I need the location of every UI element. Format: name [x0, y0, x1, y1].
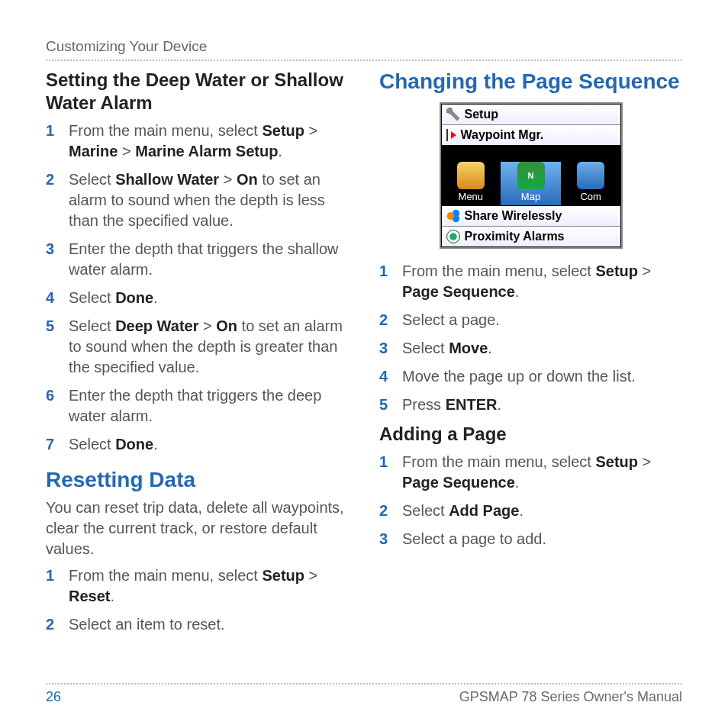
ui-term: ENTER — [446, 396, 498, 413]
heading-resetting-data: Resetting Data — [46, 467, 349, 493]
text: Select — [402, 340, 449, 356]
text: . — [488, 340, 492, 356]
step: Select an item to reset. — [46, 614, 349, 635]
text: . — [515, 283, 520, 300]
ui-term: Add Page — [449, 502, 519, 519]
text: . — [515, 474, 520, 491]
device-item-label: Waypoint Mgr. — [461, 128, 544, 142]
text: > — [638, 263, 651, 279]
device-tab-label: Com — [580, 191, 601, 202]
step: Select Deep Water > On to set an alarm t… — [46, 316, 349, 378]
device-tab-map: Map — [501, 162, 561, 205]
ui-term: Setup — [595, 263, 638, 279]
adding-page-steps: From the main menu, select Setup > Page … — [379, 452, 682, 549]
text: Select — [69, 289, 115, 306]
step: Press ENTER. — [379, 395, 682, 415]
step: Select Shallow Water > On to set an alar… — [46, 169, 349, 231]
heading-adding-page: Adding a Page — [379, 423, 682, 446]
device-tab-menu: Menu — [441, 162, 501, 205]
ui-term: Marine Alarm Setup — [135, 143, 278, 159]
reset-steps: From the main menu, select Setup > Reset… — [46, 565, 349, 635]
wrench-icon — [446, 108, 460, 121]
text: . — [110, 588, 114, 604]
page-sequence-steps: From the main menu, select Setup > Page … — [379, 261, 682, 415]
text: Press — [402, 396, 446, 413]
device-screenshot: Setup Waypoint Mgr. Menu Map — [440, 102, 623, 249]
text: From the main menu, select — [69, 567, 262, 584]
text: > — [219, 171, 237, 188]
heading-page-sequence: Changing the Page Sequence — [379, 69, 682, 95]
step: From the main menu, select Setup > Page … — [379, 452, 682, 493]
device-tab-compass: Com — [561, 162, 621, 205]
step: Select a page to add. — [379, 529, 682, 549]
reset-intro: You can reset trip data, delete all wayp… — [46, 498, 349, 559]
proximity-icon — [446, 230, 460, 243]
step: From the main menu, select Setup > Marin… — [46, 121, 349, 162]
left-column: Setting the Deep Water or Shallow Water … — [46, 69, 349, 675]
step: Select Add Page. — [379, 501, 682, 521]
step: Select Done. — [46, 288, 349, 308]
content-columns: Setting the Deep Water or Shallow Water … — [46, 69, 682, 675]
text: > — [118, 143, 135, 159]
device-item-waypoint: Waypoint Mgr. — [442, 125, 620, 145]
ui-term: Page Sequence — [402, 474, 515, 491]
device-item-share: Share Wirelessly — [442, 206, 620, 227]
ui-term: Deep Water — [115, 317, 198, 334]
device-icon-row: Menu Map Com — [441, 146, 621, 205]
text: . — [153, 289, 158, 306]
text: Select — [69, 171, 115, 188]
ui-term: Page Sequence — [402, 283, 515, 300]
water-alarm-steps: From the main menu, select Setup > Marin… — [46, 121, 349, 455]
ui-term: On — [216, 317, 237, 334]
device-item-setup: Setup — [442, 105, 620, 125]
compass-icon — [577, 162, 604, 189]
text: . — [278, 143, 282, 159]
map-icon — [517, 162, 545, 189]
ui-term: On — [237, 171, 258, 188]
step: Enter the depth that triggers the shallo… — [46, 239, 349, 280]
ui-term: Reset — [69, 588, 110, 604]
right-column: Changing the Page Sequence Setup Waypoin… — [379, 69, 682, 675]
page-footer: 26 GPSMAP 78 Series Owner's Manual — [46, 683, 682, 705]
menu-icon — [457, 162, 485, 189]
ui-term: Setup — [262, 567, 304, 584]
text: From the main menu, select — [69, 122, 262, 139]
device-tab-label: Menu — [459, 191, 484, 202]
device-item-label: Proximity Alarms — [465, 230, 565, 243]
ui-term: Marine — [69, 143, 118, 159]
text: > — [304, 122, 317, 139]
section-header: Customizing Your Device — [46, 38, 682, 61]
manual-title: GPSMAP 78 Series Owner's Manual — [459, 689, 682, 705]
manual-page: Customizing Your Device Setting the Deep… — [0, 0, 728, 728]
device-item-label: Share Wirelessly — [465, 209, 562, 223]
step: Select Done. — [46, 434, 349, 455]
text: > — [304, 567, 317, 584]
ui-term: Done — [115, 289, 153, 306]
text: From the main menu, select — [402, 453, 595, 470]
ui-term: Shallow Water — [115, 171, 219, 188]
device-menu-top: Setup Waypoint Mgr. — [441, 104, 621, 146]
device-menu-bottom: Share Wirelessly Proximity Alarms — [441, 205, 621, 247]
ui-term: Setup — [262, 122, 304, 139]
device-tab-label: Map — [521, 191, 540, 202]
text: > — [638, 453, 651, 470]
share-icon — [446, 209, 460, 223]
step: Move the page up or down the list. — [379, 366, 682, 387]
step: From the main menu, select Setup > Page … — [379, 261, 682, 302]
flag-icon — [446, 129, 456, 141]
device-item-label: Setup — [465, 108, 498, 121]
text: > — [198, 317, 216, 334]
text: Select — [402, 502, 449, 519]
step: Select a page. — [379, 310, 682, 330]
step: From the main menu, select Setup > Reset… — [46, 565, 349, 607]
heading-water-alarm: Setting the Deep Water or Shallow Water … — [46, 69, 349, 114]
ui-term: Done — [115, 436, 153, 453]
text: Select — [69, 436, 115, 453]
ui-term: Setup — [595, 453, 638, 470]
text: Select — [69, 317, 115, 334]
step: Enter the depth that triggers the deep w… — [46, 385, 349, 427]
text: From the main menu, select — [402, 263, 595, 279]
text: . — [519, 502, 523, 519]
text: . — [153, 436, 158, 453]
device-item-proximity: Proximity Alarms — [442, 227, 620, 246]
